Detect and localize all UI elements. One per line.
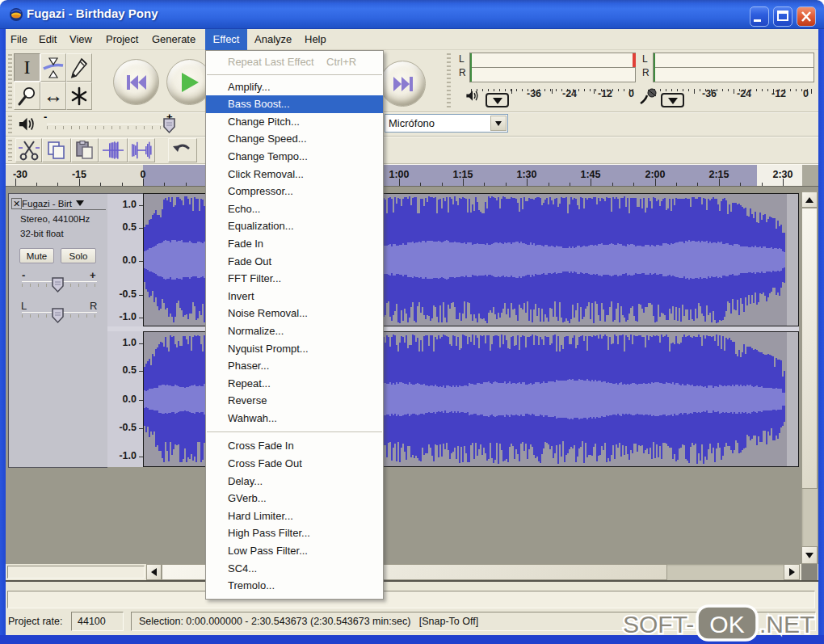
svg-text:-15: -15 bbox=[72, 169, 86, 180]
svg-text:0: 0 bbox=[141, 169, 146, 180]
svg-text:1:45: 1:45 bbox=[580, 169, 600, 180]
svg-text:2:15: 2:15 bbox=[708, 169, 729, 180]
svg-text:OK: OK bbox=[709, 611, 744, 638]
svg-text:1:30: 1:30 bbox=[516, 169, 536, 180]
svg-text:1:00: 1:00 bbox=[389, 169, 409, 180]
svg-text:2:30: 2:30 bbox=[772, 169, 792, 180]
svg-text:-30: -30 bbox=[13, 169, 27, 180]
svg-text:1:15: 1:15 bbox=[452, 169, 473, 180]
svg-text:2:00: 2:00 bbox=[645, 169, 665, 180]
svg-text:SOFT-: SOFT- bbox=[623, 611, 694, 638]
svg-text:.NET: .NET bbox=[759, 611, 814, 638]
